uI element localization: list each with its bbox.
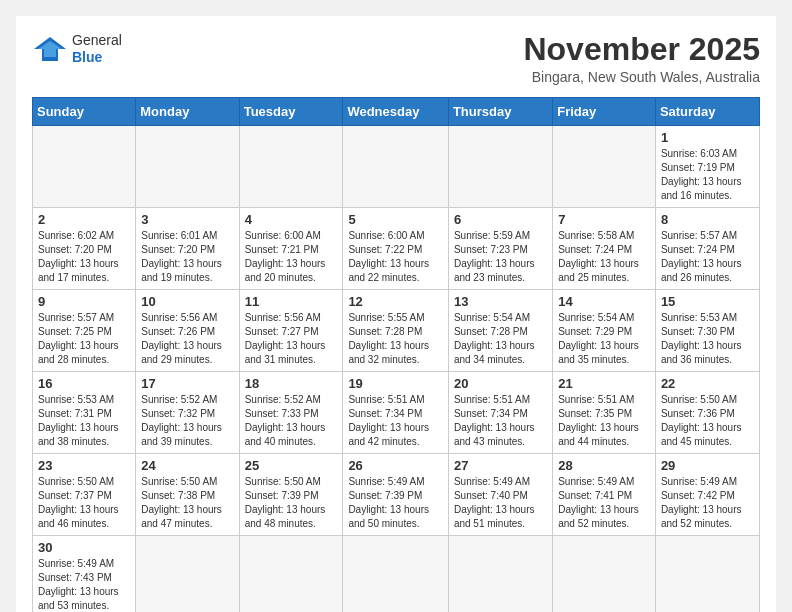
day-info: Sunrise: 5:49 AM Sunset: 7:40 PM Dayligh… (454, 475, 547, 531)
day-cell: 9Sunrise: 5:57 AM Sunset: 7:25 PM Daylig… (33, 290, 136, 372)
day-number: 27 (454, 458, 547, 473)
day-info: Sunrise: 5:51 AM Sunset: 7:35 PM Dayligh… (558, 393, 650, 449)
page-header: General Blue November 2025 Bingara, New … (32, 32, 760, 85)
day-info: Sunrise: 5:58 AM Sunset: 7:24 PM Dayligh… (558, 229, 650, 285)
day-number: 13 (454, 294, 547, 309)
day-cell: 18Sunrise: 5:52 AM Sunset: 7:33 PM Dayli… (239, 372, 343, 454)
week-row-0: 1Sunrise: 6:03 AM Sunset: 7:19 PM Daylig… (33, 126, 760, 208)
day-cell: 27Sunrise: 5:49 AM Sunset: 7:40 PM Dayli… (448, 454, 552, 536)
day-info: Sunrise: 6:03 AM Sunset: 7:19 PM Dayligh… (661, 147, 754, 203)
header-tuesday: Tuesday (239, 98, 343, 126)
day-info: Sunrise: 5:54 AM Sunset: 7:29 PM Dayligh… (558, 311, 650, 367)
day-cell (136, 126, 239, 208)
day-info: Sunrise: 5:53 AM Sunset: 7:31 PM Dayligh… (38, 393, 130, 449)
day-cell: 14Sunrise: 5:54 AM Sunset: 7:29 PM Dayli… (553, 290, 656, 372)
day-cell: 29Sunrise: 5:49 AM Sunset: 7:42 PM Dayli… (655, 454, 759, 536)
day-number: 19 (348, 376, 443, 391)
logo-blue: Blue (72, 49, 102, 65)
day-info: Sunrise: 6:00 AM Sunset: 7:22 PM Dayligh… (348, 229, 443, 285)
day-number: 9 (38, 294, 130, 309)
day-number: 10 (141, 294, 233, 309)
day-number: 24 (141, 458, 233, 473)
day-cell: 16Sunrise: 5:53 AM Sunset: 7:31 PM Dayli… (33, 372, 136, 454)
day-number: 16 (38, 376, 130, 391)
day-cell: 2Sunrise: 6:02 AM Sunset: 7:20 PM Daylig… (33, 208, 136, 290)
title-area: November 2025 Bingara, New South Wales, … (523, 32, 760, 85)
day-cell: 26Sunrise: 5:49 AM Sunset: 7:39 PM Dayli… (343, 454, 449, 536)
day-number: 20 (454, 376, 547, 391)
day-info: Sunrise: 5:49 AM Sunset: 7:42 PM Dayligh… (661, 475, 754, 531)
day-number: 6 (454, 212, 547, 227)
day-cell (33, 126, 136, 208)
day-info: Sunrise: 5:49 AM Sunset: 7:43 PM Dayligh… (38, 557, 130, 612)
logo-general: General (72, 32, 122, 48)
day-cell: 15Sunrise: 5:53 AM Sunset: 7:30 PM Dayli… (655, 290, 759, 372)
day-number: 30 (38, 540, 130, 555)
calendar-header-row: SundayMondayTuesdayWednesdayThursdayFrid… (33, 98, 760, 126)
day-cell: 12Sunrise: 5:55 AM Sunset: 7:28 PM Dayli… (343, 290, 449, 372)
day-number: 7 (558, 212, 650, 227)
day-info: Sunrise: 5:55 AM Sunset: 7:28 PM Dayligh… (348, 311, 443, 367)
day-cell (553, 536, 656, 612)
header-monday: Monday (136, 98, 239, 126)
day-cell: 3Sunrise: 6:01 AM Sunset: 7:20 PM Daylig… (136, 208, 239, 290)
day-cell: 11Sunrise: 5:56 AM Sunset: 7:27 PM Dayli… (239, 290, 343, 372)
day-info: Sunrise: 5:54 AM Sunset: 7:28 PM Dayligh… (454, 311, 547, 367)
day-info: Sunrise: 5:50 AM Sunset: 7:37 PM Dayligh… (38, 475, 130, 531)
location: Bingara, New South Wales, Australia (523, 69, 760, 85)
day-number: 18 (245, 376, 338, 391)
day-info: Sunrise: 5:56 AM Sunset: 7:26 PM Dayligh… (141, 311, 233, 367)
day-cell (343, 126, 449, 208)
day-number: 26 (348, 458, 443, 473)
day-number: 15 (661, 294, 754, 309)
day-number: 12 (348, 294, 443, 309)
day-cell: 1Sunrise: 6:03 AM Sunset: 7:19 PM Daylig… (655, 126, 759, 208)
day-cell: 5Sunrise: 6:00 AM Sunset: 7:22 PM Daylig… (343, 208, 449, 290)
week-row-5: 30Sunrise: 5:49 AM Sunset: 7:43 PM Dayli… (33, 536, 760, 612)
day-cell: 30Sunrise: 5:49 AM Sunset: 7:43 PM Dayli… (33, 536, 136, 612)
calendar-table: SundayMondayTuesdayWednesdayThursdayFrid… (32, 97, 760, 612)
logo-text: General Blue (72, 32, 122, 66)
day-info: Sunrise: 6:00 AM Sunset: 7:21 PM Dayligh… (245, 229, 338, 285)
day-info: Sunrise: 5:51 AM Sunset: 7:34 PM Dayligh… (454, 393, 547, 449)
day-cell: 24Sunrise: 5:50 AM Sunset: 7:38 PM Dayli… (136, 454, 239, 536)
day-info: Sunrise: 5:50 AM Sunset: 7:38 PM Dayligh… (141, 475, 233, 531)
day-info: Sunrise: 6:01 AM Sunset: 7:20 PM Dayligh… (141, 229, 233, 285)
day-number: 28 (558, 458, 650, 473)
day-info: Sunrise: 6:02 AM Sunset: 7:20 PM Dayligh… (38, 229, 130, 285)
day-info: Sunrise: 5:51 AM Sunset: 7:34 PM Dayligh… (348, 393, 443, 449)
day-cell: 4Sunrise: 6:00 AM Sunset: 7:21 PM Daylig… (239, 208, 343, 290)
week-row-3: 16Sunrise: 5:53 AM Sunset: 7:31 PM Dayli… (33, 372, 760, 454)
day-cell (136, 536, 239, 612)
header-saturday: Saturday (655, 98, 759, 126)
day-info: Sunrise: 5:49 AM Sunset: 7:41 PM Dayligh… (558, 475, 650, 531)
day-cell: 10Sunrise: 5:56 AM Sunset: 7:26 PM Dayli… (136, 290, 239, 372)
header-thursday: Thursday (448, 98, 552, 126)
day-number: 11 (245, 294, 338, 309)
day-number: 25 (245, 458, 338, 473)
week-row-4: 23Sunrise: 5:50 AM Sunset: 7:37 PM Dayli… (33, 454, 760, 536)
logo-icon (32, 35, 68, 63)
day-cell: 28Sunrise: 5:49 AM Sunset: 7:41 PM Dayli… (553, 454, 656, 536)
day-cell (343, 536, 449, 612)
day-cell: 20Sunrise: 5:51 AM Sunset: 7:34 PM Dayli… (448, 372, 552, 454)
day-cell: 25Sunrise: 5:50 AM Sunset: 7:39 PM Dayli… (239, 454, 343, 536)
day-cell: 19Sunrise: 5:51 AM Sunset: 7:34 PM Dayli… (343, 372, 449, 454)
day-number: 4 (245, 212, 338, 227)
day-cell: 8Sunrise: 5:57 AM Sunset: 7:24 PM Daylig… (655, 208, 759, 290)
day-number: 14 (558, 294, 650, 309)
header-friday: Friday (553, 98, 656, 126)
day-cell (448, 126, 552, 208)
day-cell: 23Sunrise: 5:50 AM Sunset: 7:37 PM Dayli… (33, 454, 136, 536)
day-info: Sunrise: 5:52 AM Sunset: 7:33 PM Dayligh… (245, 393, 338, 449)
calendar-page: General Blue November 2025 Bingara, New … (16, 16, 776, 612)
day-cell (448, 536, 552, 612)
day-cell: 22Sunrise: 5:50 AM Sunset: 7:36 PM Dayli… (655, 372, 759, 454)
day-cell (655, 536, 759, 612)
header-wednesday: Wednesday (343, 98, 449, 126)
week-row-2: 9Sunrise: 5:57 AM Sunset: 7:25 PM Daylig… (33, 290, 760, 372)
month-title: November 2025 (523, 32, 760, 67)
header-sunday: Sunday (33, 98, 136, 126)
day-cell (239, 126, 343, 208)
week-row-1: 2Sunrise: 6:02 AM Sunset: 7:20 PM Daylig… (33, 208, 760, 290)
